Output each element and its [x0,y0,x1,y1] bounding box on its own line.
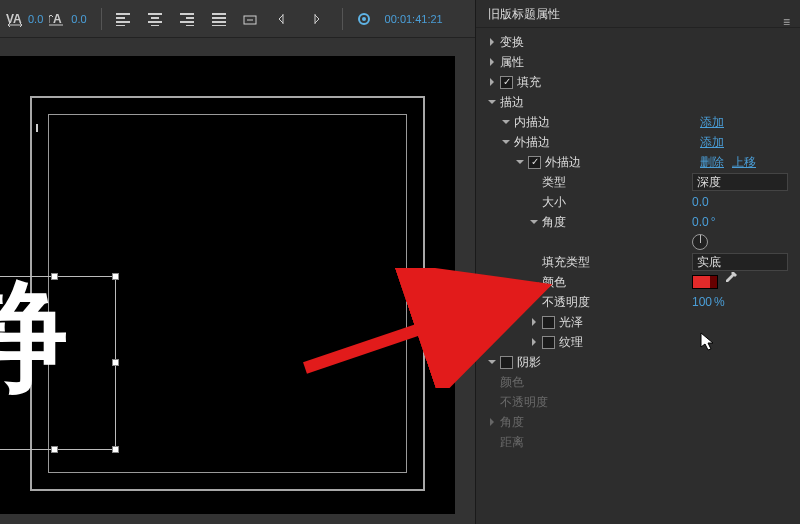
stroke-row[interactable]: 描边 [482,92,794,112]
align-center-icon[interactable] [142,6,168,32]
sheen-checkbox[interactable] [542,316,555,329]
outer-stroke-item-row[interactable]: 外描边 删除 上移 [482,152,794,172]
tab-right-icon[interactable] [302,6,328,32]
stroke-angle-dial-row [482,232,794,252]
chevron-right-icon [528,336,540,348]
chevron-down-icon [528,216,540,228]
distribute-icon[interactable] [206,6,232,32]
fill-type-row: 填充类型 实底 [482,252,794,272]
add-inner-stroke-link[interactable]: 添加 [700,112,724,132]
resize-handle[interactable] [112,446,119,453]
stroke-type-dropdown[interactable]: 深度 [692,173,788,191]
svg-point-5 [362,17,366,21]
outer-stroke-checkbox[interactable] [528,156,541,169]
stroke-angle-value[interactable]: 0.0 [692,212,709,232]
svg-text:A: A [53,12,62,26]
chevron-right-icon [486,76,498,88]
fill-row[interactable]: 填充 [482,72,794,92]
selection-box[interactable] [0,276,116,450]
chevron-right-icon [486,36,498,48]
stroke-type-row: 类型 深度 [482,172,794,192]
resize-handle[interactable] [112,273,119,280]
panel-title-label: 旧版标题属性 [488,7,560,21]
color-swatch[interactable] [692,275,718,289]
chevron-down-icon [486,356,498,368]
ruler-mark [36,124,38,132]
title-preview[interactable]: 静 [0,38,475,524]
sheen-row[interactable]: 光泽 [482,312,794,332]
color-row: 颜色 [482,272,794,292]
eyedropper-icon[interactable] [724,272,738,292]
chevron-down-icon [514,156,526,168]
panel-menu-icon[interactable]: ≡ [783,8,790,36]
transform-row[interactable]: 变换 [482,32,783,52]
texture-row[interactable]: 纹理 [482,332,794,352]
shadow-checkbox[interactable] [500,356,513,369]
chevron-down-icon [500,136,512,148]
shadow-color-row: 颜色 [482,372,794,392]
fill-type-dropdown[interactable]: 实底 [692,253,788,271]
tab-left-icon[interactable] [270,6,296,32]
separator [342,8,343,30]
resize-handle[interactable] [112,359,119,366]
chevron-down-icon [486,96,498,108]
title-properties-panel: 旧版标题属性 ≡ 变换 属性 填充 描边 内描边 添加 [475,0,800,524]
text-caret [432,356,446,358]
shadow-angle-row: 角度 [482,412,794,432]
stroke-angle-row[interactable]: 角度 0.0° [482,212,794,232]
stroke-size-row: 大小 0.0 [482,192,794,212]
align-right-icon[interactable] [174,6,200,32]
show-video-icon[interactable] [351,6,377,32]
chevron-right-icon [528,316,540,328]
separator [101,8,102,30]
texture-checkbox[interactable] [542,336,555,349]
resize-handle[interactable] [51,446,58,453]
fill-checkbox[interactable] [500,76,513,89]
properties-row[interactable]: 属性 [482,52,794,72]
move-up-stroke-link[interactable]: 上移 [732,152,756,172]
align-left-icon[interactable] [110,6,136,32]
tab-icon[interactable] [238,6,264,32]
chevron-right-icon [486,56,498,68]
chevron-right-icon [486,416,498,428]
shadow-row[interactable]: 阴影 [482,352,794,372]
stroke-size-value[interactable]: 0.0 [692,192,709,212]
chevron-down-icon [500,116,512,128]
inner-stroke-row[interactable]: 内描边 添加 [482,112,794,132]
angle-dial[interactable] [692,234,708,250]
baseline-value[interactable]: 0.0 [71,13,86,25]
opacity-row: 不透明度 100 % [482,292,794,312]
baseline-shift-tool[interactable]: A 0.0 [49,6,86,32]
kerning-tool[interactable]: VA 0.0 [6,6,43,32]
shadow-distance-row: 距离 [482,432,794,452]
shadow-opacity-row: 不透明度 [482,392,794,412]
delete-stroke-link[interactable]: 删除 [700,152,724,172]
timecode[interactable]: 00:01:41:21 [385,13,443,25]
opacity-value[interactable]: 100 [692,292,712,312]
panel-title: 旧版标题属性 ≡ [476,0,800,28]
add-outer-stroke-link[interactable]: 添加 [700,132,724,152]
resize-handle[interactable] [51,273,58,280]
kerning-value[interactable]: 0.0 [28,13,43,25]
outer-stroke-row[interactable]: 外描边 添加 [482,132,794,152]
